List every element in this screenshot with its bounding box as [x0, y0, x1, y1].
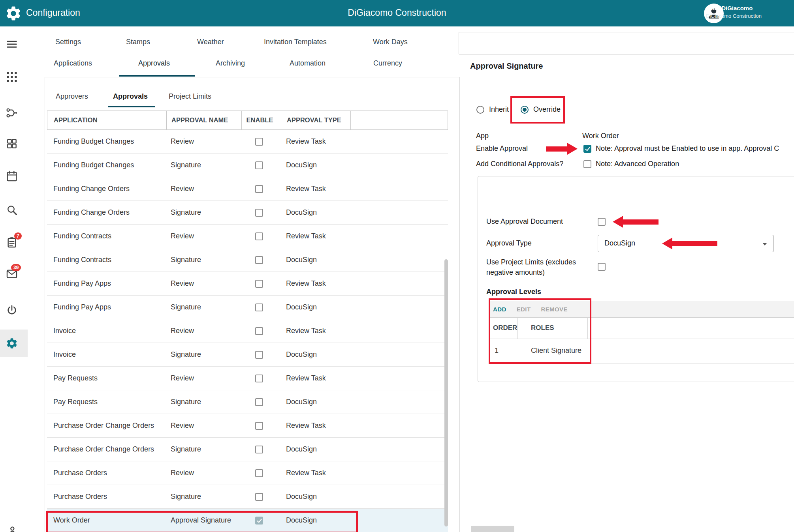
project-limits-checkbox[interactable] [598, 263, 606, 271]
subtab-approvers[interactable]: Approvers [56, 92, 88, 101]
levels-table-row[interactable]: 1 Client Signature [489, 339, 794, 364]
enable-checkbox[interactable] [255, 327, 263, 335]
dashboard-icon[interactable] [6, 137, 18, 150]
cell-approval-name: Signature [166, 154, 241, 177]
inherit-radio[interactable] [476, 106, 484, 114]
tab-work-days[interactable]: Work Days [373, 38, 408, 46]
cell-approval-name: Signature [166, 248, 241, 272]
enable-checkbox[interactable] [255, 209, 263, 217]
settings-icon[interactable] [6, 337, 18, 350]
search-icon[interactable] [6, 204, 18, 216]
cell-approval-name: Review [166, 130, 241, 153]
detail-search-bar[interactable] [459, 32, 794, 54]
override-radio-label: Override [533, 105, 561, 114]
cell-application: Funding Contracts [47, 225, 166, 248]
approval-row[interactable]: Funding Change OrdersSignatureDocuSign [47, 201, 448, 225]
add-level-button[interactable]: ADD [493, 306, 506, 313]
cell-approval-type: Review Task [277, 461, 350, 485]
tasks-clipboard-icon[interactable]: 7 [6, 236, 18, 249]
approval-row[interactable]: Funding Pay AppsReviewReview Task [47, 272, 448, 296]
level-roles-cell: Client Signature [531, 347, 581, 355]
subtab-approvals[interactable]: Approvals [113, 92, 148, 101]
header-approval-name: APPROVAL NAME [166, 111, 241, 129]
tab-settings[interactable]: Settings [55, 38, 81, 46]
tab-stamps[interactable]: Stamps [126, 38, 150, 46]
approval-row[interactable]: Funding Pay AppsSignatureDocuSign [47, 296, 448, 319]
cell-approval-name: Signature [166, 390, 241, 414]
approval-row[interactable]: Purchase OrdersSignatureDocuSign [47, 485, 448, 509]
enable-checkbox[interactable] [255, 398, 263, 406]
enable-approval-checkbox[interactable] [583, 145, 591, 153]
mail-icon[interactable]: 39 [6, 268, 18, 280]
approval-row[interactable]: Pay RequestsSignatureDocuSign [47, 390, 448, 414]
enable-checkbox[interactable] [255, 185, 263, 193]
user-org: DiGiacomo Construction [706, 13, 775, 19]
enable-checkbox[interactable] [255, 493, 263, 501]
menu-icon[interactable] [6, 38, 18, 51]
enable-checkbox[interactable] [255, 232, 263, 240]
tab-automation[interactable]: Automation [290, 59, 326, 67]
conditional-approvals-label: Add Conditional Approvals? [476, 160, 563, 168]
partial-bottom-icon[interactable] [6, 525, 18, 532]
annotation-arrow-enable-approval [546, 143, 578, 155]
tab-applications[interactable]: Applications [54, 59, 92, 67]
approval-row[interactable]: Purchase OrdersReviewReview Task [47, 461, 448, 485]
cell-approval-name: Signature [166, 201, 241, 224]
approval-row[interactable]: InvoiceReviewReview Task [47, 319, 448, 343]
cell-application: Funding Pay Apps [47, 272, 166, 295]
enable-checkbox[interactable] [255, 351, 263, 359]
remove-level-button[interactable]: REMOVE [541, 306, 567, 313]
level-order-cell: 1 [495, 347, 499, 355]
cell-application: Funding Pay Apps [47, 296, 166, 319]
approval-row[interactable]: Funding Budget ChangesReviewReview Task [47, 130, 448, 154]
enable-checkbox[interactable] [255, 161, 263, 169]
calendar-icon[interactable] [6, 170, 18, 182]
subtab-project-limits[interactable]: Project Limits [169, 92, 211, 101]
enable-checkbox[interactable] [255, 375, 263, 382]
tab-weather[interactable]: Weather [197, 38, 224, 46]
scrollbar-thumb[interactable] [444, 259, 448, 526]
approval-row[interactable]: Purchase Order Change OrdersSignatureDoc… [47, 438, 448, 461]
column-divider [517, 318, 518, 339]
header-enable: ENABLE [241, 111, 278, 129]
enable-checkbox[interactable] [255, 422, 263, 430]
tab-approvals[interactable]: Approvals [138, 59, 170, 67]
enable-checkbox[interactable] [255, 517, 263, 525]
enable-checkbox[interactable] [255, 280, 263, 288]
apps-grid-icon[interactable] [6, 71, 18, 83]
conditional-approvals-checkbox[interactable] [583, 160, 591, 168]
topbar: Configuration DiGiacomo Construction Jud… [0, 0, 794, 26]
enable-checkbox[interactable] [255, 256, 263, 264]
approval-row[interactable]: Work OrderApproval SignatureDocuSign [47, 509, 448, 532]
cell-enable [241, 154, 277, 177]
cell-application: Funding Contracts [47, 248, 166, 272]
enable-checkbox[interactable] [255, 446, 263, 453]
inherit-radio-label: Inherit [489, 105, 509, 114]
workflow-icon[interactable] [6, 107, 18, 119]
cell-approval-type: DocuSign [277, 485, 350, 508]
approval-row[interactable]: Funding ContractsReviewReview Task [47, 225, 448, 248]
approval-row[interactable]: Funding Budget ChangesSignatureDocuSign [47, 154, 448, 177]
edit-level-button[interactable]: EDIT [517, 306, 531, 313]
power-icon[interactable] [6, 304, 18, 317]
approval-row[interactable]: InvoiceSignatureDocuSign [47, 343, 448, 367]
header-empty [350, 111, 448, 129]
approval-row[interactable]: Purchase Order Change OrdersReviewReview… [47, 414, 448, 438]
approval-row[interactable]: Funding ContractsSignatureDocuSign [47, 248, 448, 272]
override-radio[interactable] [521, 106, 529, 114]
approval-row[interactable]: Funding Change OrdersReviewReview Task [47, 177, 448, 201]
cell-application: Purchase Orders [47, 485, 166, 508]
tab-archiving[interactable]: Archiving [216, 59, 245, 67]
enable-checkbox[interactable] [255, 138, 263, 146]
tab-currency[interactable]: Currency [373, 59, 402, 67]
enable-checkbox[interactable] [255, 469, 263, 477]
enable-checkbox[interactable] [255, 303, 263, 311]
partial-button[interactable] [471, 526, 514, 532]
cell-approval-name: Review [166, 177, 241, 200]
tab-invitation-templates[interactable]: Invitation Templates [264, 38, 327, 46]
cell-approval-name: Approval Signature [166, 509, 241, 532]
use-approval-document-checkbox[interactable] [598, 218, 606, 226]
approval-row[interactable]: Pay RequestsReviewReview Task [47, 367, 448, 390]
approval-type-dropdown[interactable]: DocuSign [598, 235, 774, 252]
mail-badge: 39 [11, 264, 21, 271]
